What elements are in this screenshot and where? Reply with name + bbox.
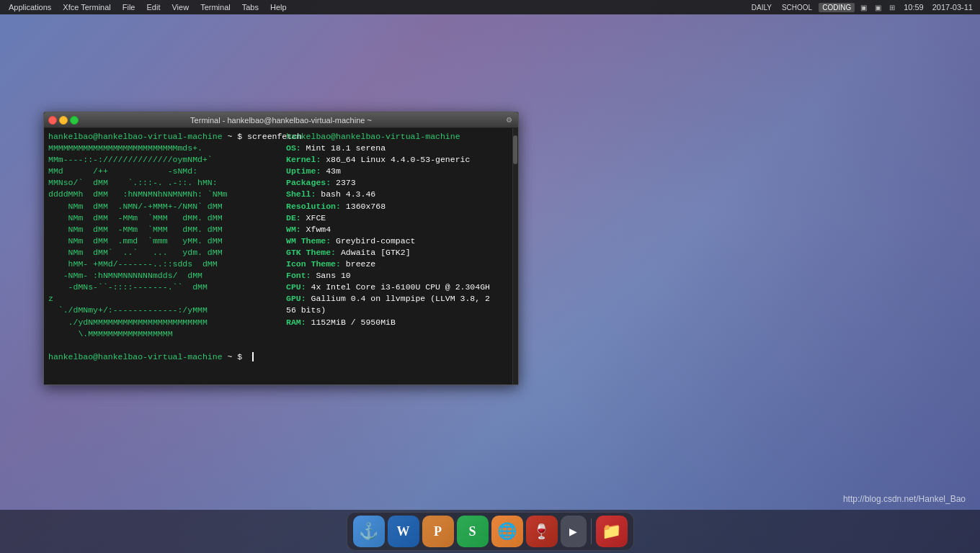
- terminal-scrollbar[interactable]: [512, 128, 518, 385]
- info-hostname: hankelbao@hankelbao-virtual-machine: [286, 131, 508, 143]
- info-shell: Shell: bash 4.3.46: [286, 189, 508, 200]
- panel-left: Applications Xfce Terminal File Edit Vie…: [0, 0, 293, 14]
- terminal-ascii-art: hankelbao@hankelbao-virtual-machine ~ $ …: [48, 131, 279, 382]
- info-uptime: Uptime: 43m: [286, 166, 508, 177]
- menu-help[interactable]: Help: [264, 0, 293, 14]
- menu-tabs[interactable]: Tabs: [236, 0, 264, 14]
- info-ram: RAM: 1152MiB / 5950MiB: [286, 317, 508, 328]
- dock-divider: [591, 518, 592, 544]
- wps-presentation-icon: P: [434, 524, 442, 539]
- dock-item-anchor[interactable]: ⚓: [353, 516, 385, 547]
- firefox-icon: 🌐: [497, 522, 517, 541]
- menu-view[interactable]: View: [166, 0, 195, 14]
- info-cpu: CPU: 4x Intel Core i3-6100U CPU @ 2.304G…: [286, 282, 508, 293]
- info-gpu: GPU: Gallium 0.4 on llvmpipe (LLVM 3.8, …: [286, 293, 508, 305]
- tag-daily[interactable]: DAILY: [748, 3, 775, 12]
- panel-icon-1[interactable]: ▣: [858, 1, 869, 13]
- menu-terminal[interactable]: Terminal: [195, 0, 236, 14]
- terminal-body[interactable]: hankelbao@hankelbao-virtual-machine ~ $ …: [44, 128, 512, 385]
- dock-item-wps-spreadsheet[interactable]: S: [457, 516, 489, 547]
- taskbar: ⚓ W P S 🌐 🍷 ▶: [0, 510, 980, 553]
- panel-date: 2017-03-11: [930, 3, 976, 12]
- minimize-button[interactable]: −: [59, 116, 68, 125]
- anchor-icon: ⚓: [359, 522, 378, 541]
- titlebar-settings-icon[interactable]: ⚙: [504, 115, 514, 125]
- info-gtk-theme: GTK Theme: Adwaita [GTK2]: [286, 247, 508, 258]
- terminal-titlebar[interactable]: ✕ − + Terminal - hankelbao@hankelbao-vir…: [44, 112, 518, 128]
- more-icon: ▶: [569, 526, 577, 537]
- dock-more-button[interactable]: ▶: [561, 516, 587, 547]
- dock-item-firefox[interactable]: 🌐: [491, 516, 523, 547]
- network-icon[interactable]: ⊞: [886, 1, 898, 13]
- dock: ⚓ W P S 🌐 🍷 ▶: [347, 512, 634, 551]
- desktop: Applications Xfce Terminal File Edit Vie…: [0, 0, 980, 553]
- dock-item-wps-writer[interactable]: W: [388, 516, 419, 547]
- info-wm: WM: Xfwm4: [286, 224, 508, 235]
- info-kernel: Kernel: x86_64 Linux 4.4.0-53-generic: [286, 154, 508, 166]
- terminal-title: Terminal - hankelbao@hankelbao-virtual-m…: [190, 116, 372, 125]
- close-button[interactable]: ✕: [48, 116, 57, 125]
- info-packages: Packages: 2373: [286, 177, 508, 189]
- panel-right: DAILY SCHOOL CODING ▣ ▣ ⊞ 10:59 2017-03-…: [748, 0, 980, 14]
- dock-item-files[interactable]: 📁: [596, 516, 628, 547]
- terminal-final-prompt: hankelbao@hankelbao-virtual-machine ~ $: [48, 351, 279, 363]
- info-font: Font: Sans 10: [286, 270, 508, 282]
- panel-icon-2[interactable]: ▣: [872, 1, 883, 13]
- dock-item-wps-presentation[interactable]: P: [422, 516, 454, 547]
- terminal-prompt-line: hankelbao@hankelbao-virtual-machine ~ $ …: [48, 131, 279, 143]
- top-panel: Applications Xfce Terminal File Edit Vie…: [0, 0, 980, 14]
- tag-school[interactable]: SCHOOL: [778, 3, 816, 12]
- terminal-window: ✕ − + Terminal - hankelbao@hankelbao-vir…: [43, 112, 519, 385]
- panel-time: 10:59: [901, 3, 927, 12]
- info-de: DE: XFCE: [286, 212, 508, 224]
- info-os: OS: Mint 18.1 serena: [286, 143, 508, 154]
- terminal-info: hankelbao@hankelbao-virtual-machine OS: …: [279, 131, 508, 382]
- maximize-button[interactable]: +: [70, 116, 79, 125]
- bottom-link-text: http://blog.csdn.net/Hankel_Bao: [843, 494, 966, 504]
- info-resolution: Resolution: 980x553: [286, 201, 508, 212]
- terminal-scroll-thumb[interactable]: [513, 135, 517, 164]
- menu-edit[interactable]: Edit: [141, 0, 166, 14]
- wps-spreadsheet-icon: S: [468, 524, 476, 539]
- tag-coding[interactable]: CODING: [819, 3, 855, 12]
- wine-icon: 🍷: [533, 523, 551, 540]
- info-wm-theme: WM Theme: Greybird-compact: [286, 235, 508, 247]
- dock-item-wine[interactable]: 🍷: [526, 516, 558, 547]
- wps-writer-icon: W: [397, 524, 410, 539]
- info-icon-theme: Icon Theme: breeze: [286, 258, 508, 270]
- menu-file[interactable]: File: [117, 0, 141, 14]
- files-icon: 📁: [602, 522, 621, 541]
- app-name-label: Xfce Terminal: [57, 0, 116, 14]
- applications-menu[interactable]: Applications: [3, 0, 57, 14]
